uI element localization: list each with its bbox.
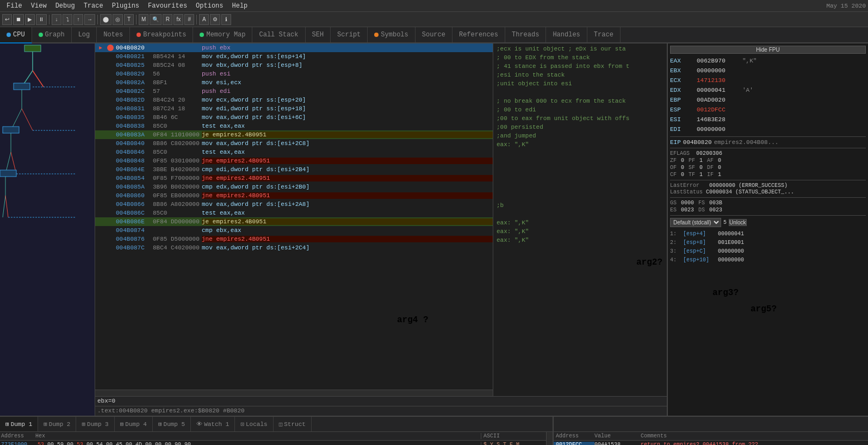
disasm-hex: 85C0: [153, 210, 202, 216]
tab-seh[interactable]: SEH: [306, 27, 331, 42]
disasm-row[interactable]: 004B085A3B96 B0020000cmp edx,dword ptr d…: [95, 183, 493, 191]
tb-hash[interactable]: #: [184, 14, 194, 25]
tb-about[interactable]: ℹ: [221, 14, 231, 25]
menu-options[interactable]: Options: [191, 1, 227, 11]
disasm-row[interactable]: 004B0874cmp ebx,eax: [95, 226, 493, 235]
comment-row: ;unit object into esi: [495, 79, 665, 88]
tab-trace-label: Trace: [594, 31, 613, 39]
menu-debug[interactable]: Debug: [51, 1, 79, 11]
tb-trace[interactable]: T: [124, 14, 134, 25]
tab-breakpoints[interactable]: Breakpoints: [130, 27, 193, 42]
stack-content[interactable]: Address Value Comments 0012DFCC 004A1538…: [554, 432, 868, 445]
disasm-row[interactable]: 004B082956push esi: [95, 70, 493, 78]
tab-memory-map[interactable]: Memory Map: [193, 27, 252, 42]
disasm-row[interactable]: 004B082D8B4C24 20mov ecx,dword ptr ss:[e…: [95, 96, 493, 104]
disasm-row[interactable]: 004B08480F85 03010000jne empires2.4B0951: [95, 156, 493, 165]
tab-threads[interactable]: Threads: [505, 27, 546, 42]
locals-tab[interactable]: ⊡ Locals: [235, 417, 273, 431]
comment-text: ; 00 to edi: [497, 106, 536, 113]
disasm-hex: 8B7C24 18: [153, 105, 202, 112]
tb-bp2[interactable]: ◎: [113, 14, 123, 25]
disasm-table[interactable]: ►004B0820push ebx004B08218B5424 14mov ed…: [95, 43, 493, 390]
dump-left[interactable]: Address Hex ASCII 773F1000 53 00 59 00 5…: [0, 432, 546, 445]
stack-row[interactable]: 0012DFCC 004A1538 return to empires2.004…: [554, 441, 868, 445]
call-conv-select[interactable]: Default (stdcall): [670, 218, 721, 227]
tab-symbols[interactable]: Symbols: [368, 27, 415, 42]
disasm-scrollbar-h[interactable]: [95, 390, 493, 396]
unlock-button[interactable]: Unlock: [729, 219, 747, 226]
disasm-row[interactable]: 004B083A0F84 11010000je empires2.4B0951: [95, 130, 493, 139]
tb-sep1: [49, 15, 49, 24]
menu-favourites[interactable]: Favourites: [144, 1, 191, 11]
tb-open[interactable]: ⏹: [13, 14, 24, 25]
disasm-row[interactable]: 004B08408B86 C8020000mov eax,dword ptr d…: [95, 139, 493, 148]
disasm-row[interactable]: 004B08760F85 D5000000jne empires2.4B0951: [95, 235, 493, 243]
disasm-row[interactable]: 004B08358B46 6Cmov eax,dword ptr ds:[esi…: [95, 113, 493, 122]
disasm-row[interactable]: 004B087C8BC4 C4020000mov eax,dword ptr d…: [95, 243, 493, 252]
comment-row: eax: ",K": [495, 236, 665, 245]
tab-call-stack[interactable]: Call Stack: [252, 27, 305, 42]
hide-fpu-button[interactable]: Hide FPU: [670, 46, 866, 54]
dump-tab-5[interactable]: ⊞ Dump 5: [153, 417, 191, 431]
tb-stop[interactable]: ⏸: [36, 14, 47, 25]
stack-arg-row: 4: [esp+10] 00000000: [670, 255, 866, 264]
dump-tab-4[interactable]: ⊞ Dump 4: [115, 417, 153, 431]
menu-file[interactable]: File: [2, 1, 27, 11]
tab-trace[interactable]: Trace: [587, 27, 621, 42]
menu-help[interactable]: Help: [228, 1, 252, 11]
watch-tab-1[interactable]: 👁 Watch 1: [191, 417, 235, 431]
disasm-row[interactable]: 004B08668B86 A8020000mov eax,dword ptr d…: [95, 200, 493, 209]
disasm-row[interactable]: 004B08600F85 EB000000jne empires2.4B0951: [95, 191, 493, 200]
tab-references[interactable]: References: [452, 27, 505, 42]
tb-search[interactable]: 🔍: [150, 14, 162, 25]
tb-fx[interactable]: fx: [173, 14, 183, 25]
reg-sep4: [670, 197, 866, 198]
tab-source[interactable]: Source: [416, 27, 452, 42]
tb-options[interactable]: ⚙: [210, 14, 220, 25]
disasm-row[interactable]: 004B08258B5C24 08mov ebx,dword ptr ss:[e…: [95, 61, 493, 70]
disasm-row[interactable]: 004B08218B5424 14mov edx,dword ptr ss:[e…: [95, 52, 493, 61]
disasm-row[interactable]: 004B08540F85 F7000000jne empires2.4B0951: [95, 174, 493, 183]
struct-tab[interactable]: ◫ Struct: [274, 417, 312, 431]
tb-bp[interactable]: ⬤: [100, 14, 111, 25]
tb-mem[interactable]: M: [139, 14, 148, 25]
tab-log[interactable]: Log: [72, 27, 97, 42]
disasm-row[interactable]: 004B082A8BF1mov esi,ecx: [95, 78, 493, 87]
tab-bar: CPU Graph Log Notes Breakpoints Memory M…: [0, 27, 868, 43]
df-val: 0: [718, 165, 721, 171]
tab-graph[interactable]: Graph: [32, 27, 72, 42]
tb-new[interactable]: ↩: [2, 14, 12, 25]
disasm-row[interactable]: 004B083885C0test eax,eax: [95, 122, 493, 130]
tb-step-into[interactable]: ↓: [52, 14, 61, 25]
tab-handles[interactable]: Handles: [546, 27, 587, 42]
dump-tab-3[interactable]: ⊞ Dump 3: [76, 417, 114, 431]
tab-notes[interactable]: Notes: [97, 27, 130, 42]
disasm-row[interactable]: 004B084685C0test eax,eax: [95, 148, 493, 156]
tab-cpu[interactable]: CPU: [0, 27, 32, 43]
menu-trace[interactable]: Trace: [79, 1, 108, 11]
tb-step-over[interactable]: ⤵: [63, 14, 72, 25]
comment-row: [495, 192, 665, 201]
disasm-row[interactable]: 004B082C57push edi: [95, 87, 493, 96]
tab-script[interactable]: Script: [331, 27, 368, 42]
dump-row[interactable]: 773F1000 53 00 59 00 53 00 54 00 45 00 4…: [0, 441, 546, 445]
dump-scrollbar[interactable]: [546, 432, 553, 445]
tb-run-to[interactable]: →: [84, 14, 95, 25]
tb-restart[interactable]: ▶: [25, 14, 35, 25]
reg-sep3: [670, 180, 866, 180]
menu-view[interactable]: View: [27, 1, 51, 11]
dump-tab-1[interactable]: ⊞ Dump 1: [0, 417, 38, 431]
dump-tab-2[interactable]: ⊞ Dump 2: [38, 417, 76, 431]
tb-ref[interactable]: R: [163, 14, 172, 25]
dump4-icon: ⊞: [120, 421, 124, 428]
tb-step-out[interactable]: ↑: [73, 14, 83, 25]
menu-plugins[interactable]: Plugins: [108, 1, 144, 11]
disasm-row[interactable]: 004B08318B7C24 18mov edi,dword ptr ss:[e…: [95, 104, 493, 113]
disasm-addr: 004B083A: [115, 131, 153, 138]
disasm-row[interactable]: 004B084E3BBE B4020000cmp edi,dword ptr d…: [95, 165, 493, 174]
disasm-row[interactable]: 004B086C85C0test eax,eax: [95, 209, 493, 217]
seg-row2: ES0023 DS0023: [670, 207, 866, 213]
tb-font[interactable]: A: [199, 14, 209, 25]
disasm-row[interactable]: 004B086E0F84 DD000000je empires2.4B0951: [95, 217, 493, 226]
disasm-row[interactable]: ►004B0820push ebx: [95, 43, 493, 52]
